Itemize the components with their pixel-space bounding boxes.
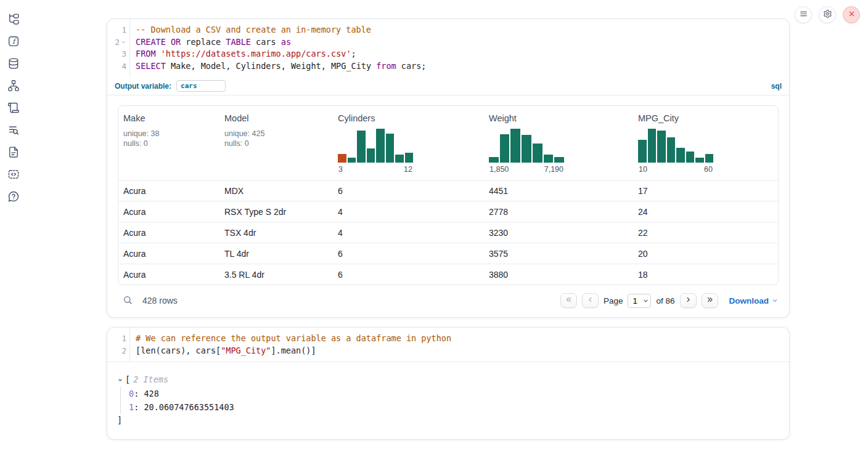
file-explorer-button[interactable] xyxy=(7,13,20,26)
code-line: 3FROM 'https://datasets.marimo.app/cars.… xyxy=(107,48,789,60)
histogram-bar xyxy=(657,131,666,163)
column-title: MPG_City xyxy=(638,113,778,123)
histogram-bar xyxy=(386,134,395,163)
menu-button[interactable] xyxy=(795,6,812,23)
python-cell: 1# We can reference the output variable … xyxy=(107,327,790,440)
previous-page-button[interactable] xyxy=(582,293,599,308)
histogram-min-label: 10 xyxy=(639,165,647,174)
histogram-max-label: 60 xyxy=(704,165,713,174)
hamburger-icon xyxy=(799,9,808,20)
table-cell: Acura xyxy=(118,207,219,217)
column-title: Make xyxy=(123,113,219,123)
code-line: 4SELECT Make, Model, Cylinders, Weight, … xyxy=(107,60,789,73)
fold-toggle-icon[interactable] xyxy=(121,39,126,45)
pagination: Page 1 of 86 Download xyxy=(560,293,779,308)
table-cell: 3.5 RL 4dr xyxy=(219,270,333,280)
documentation-button[interactable] xyxy=(7,146,20,160)
histogram-bar xyxy=(522,135,531,163)
tree-item: 1: 20.060747663551403 xyxy=(129,400,779,414)
histogram-bar xyxy=(533,144,542,163)
sql-cell: 1-- Download a CSV and create an in-memo… xyxy=(107,18,790,318)
histogram-bar xyxy=(705,154,714,163)
snippets-button[interactable] xyxy=(7,168,20,182)
download-button[interactable]: Download xyxy=(729,296,779,305)
download-label: Download xyxy=(729,296,769,305)
chevron-left-icon xyxy=(586,296,594,305)
close-button[interactable] xyxy=(843,6,860,23)
histogram-max-label: 7,190 xyxy=(544,165,563,174)
chevron-down-icon[interactable] xyxy=(117,377,123,383)
table-cell: 6 xyxy=(333,270,484,280)
histogram-bars xyxy=(638,129,713,163)
column-header-make[interactable]: Makeunique: 38nulls: 0 xyxy=(118,113,219,174)
histogram-axis-labels: 1060 xyxy=(638,165,713,174)
output-variable-row: Output variable: sql xyxy=(107,77,789,95)
python-code-editor[interactable]: 1# We can reference the output variable … xyxy=(107,328,789,362)
scratchpad-button[interactable]: f xyxy=(7,35,20,49)
table-cell: 2778 xyxy=(484,207,633,217)
page-select[interactable]: 1 xyxy=(628,294,651,308)
first-page-button[interactable] xyxy=(560,293,577,308)
chevron-down-icon xyxy=(771,297,779,304)
datasources-button[interactable] xyxy=(7,57,20,71)
item-value: 428 xyxy=(144,389,158,398)
histogram-bar xyxy=(405,153,414,163)
histogram-bar xyxy=(638,140,647,163)
histogram-bars xyxy=(489,129,564,163)
table-row: AcuraTL 4dr6357520 xyxy=(118,243,778,264)
histogram-bars xyxy=(338,129,413,163)
logs-button[interactable] xyxy=(7,102,20,115)
tree-items: 0: 4281: 20.060747663551403 xyxy=(120,387,779,414)
settings-button[interactable] xyxy=(819,6,836,23)
gear-icon xyxy=(823,9,832,20)
chevron-right-icon xyxy=(684,296,692,305)
histogram-bar xyxy=(348,158,356,163)
database-icon xyxy=(7,57,20,71)
table-cell: 6 xyxy=(333,186,484,196)
column-histogram: 312 xyxy=(338,129,413,174)
last-page-button[interactable] xyxy=(702,293,718,308)
table-body: AcuraMDX6445117AcuraRSX Type S 2dr427782… xyxy=(118,180,778,285)
histogram-bar xyxy=(489,157,499,163)
search-icon xyxy=(123,295,133,307)
column-histogram: 1,8507,190 xyxy=(489,129,564,174)
code-line: 2[len(cars), cars["MPG_City"].mean()] xyxy=(107,345,789,357)
sql-code-editor[interactable]: 1-- Download a CSV and create an in-memo… xyxy=(107,19,789,77)
open-bracket: [ xyxy=(125,373,130,386)
code-text: SELECT Make, Model, Cylinders, Weight, M… xyxy=(129,60,426,73)
tree-item: 0: 428 xyxy=(129,387,779,400)
stat-line: unique: 425 xyxy=(224,129,333,139)
table-row: AcuraRSX Type S 2dr4277824 xyxy=(118,201,778,222)
dependency-graph-button[interactable] xyxy=(7,79,20,93)
search-logs-button[interactable] xyxy=(7,124,20,137)
table-cell: Acura xyxy=(118,186,219,196)
table-cell: 4 xyxy=(333,207,484,217)
histogram-bar xyxy=(648,129,657,163)
page-label: Page xyxy=(604,296,623,305)
help-icon xyxy=(7,190,20,204)
next-page-button[interactable] xyxy=(680,293,697,308)
column-header-model[interactable]: Modelunique: 425nulls: 0 xyxy=(219,113,333,174)
column-header-mpg_city[interactable]: MPG_City1060 xyxy=(633,113,778,174)
output-variable-input[interactable] xyxy=(176,80,226,92)
table-cell: 22 xyxy=(633,228,778,238)
table-cell: 4 xyxy=(333,228,484,238)
column-header-cylinders[interactable]: Cylinders312 xyxy=(333,113,484,174)
function-icon: f xyxy=(7,35,20,49)
table-cell: 20 xyxy=(633,249,778,259)
histogram-bar xyxy=(357,131,366,163)
table-row: AcuraTSX 4dr4323022 xyxy=(118,222,778,243)
table-cell: TL 4dr xyxy=(219,249,333,259)
code-text: FROM 'https://datasets.marimo.app/cars.c… xyxy=(129,48,356,60)
histogram-axis-labels: 1,8507,190 xyxy=(489,165,564,174)
help-button[interactable] xyxy=(7,190,20,204)
histogram-bar xyxy=(686,152,695,163)
column-header-weight[interactable]: Weight1,8507,190 xyxy=(484,113,633,174)
search-button[interactable] xyxy=(123,295,133,307)
graph-icon xyxy=(7,79,20,94)
data-table: Makeunique: 38nulls: 0Modelunique: 425nu… xyxy=(118,105,779,285)
histogram-bar xyxy=(667,137,676,163)
column-title: Cylinders xyxy=(338,113,484,123)
tree-summary: [2 Items xyxy=(117,373,779,386)
line-number: 1 xyxy=(107,24,129,36)
